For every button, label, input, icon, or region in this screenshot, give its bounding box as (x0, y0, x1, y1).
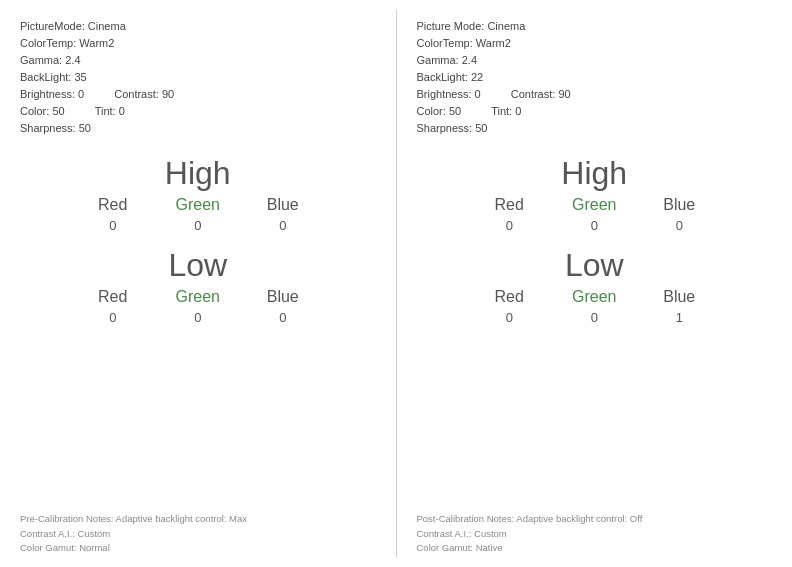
left-low-red-value: 0 (109, 310, 116, 325)
right-high-blue-label: Blue (663, 196, 695, 214)
right-info: Picture Mode: Cinema ColorTemp: Warm2 Ga… (417, 18, 773, 137)
right-panel: Picture Mode: Cinema ColorTemp: Warm2 Ga… (397, 0, 793, 567)
right-low-green-col: Green 0 (567, 288, 622, 325)
left-high-blue-col: Blue 0 (255, 196, 310, 233)
right-high-blue-col: Blue 0 (652, 196, 707, 233)
left-high-green-col: Green 0 (170, 196, 225, 233)
left-info: PictureMode: Cinema ColorTemp: Warm2 Gam… (20, 18, 376, 137)
right-high-title: High (417, 155, 773, 192)
left-low-blue-col: Blue 0 (255, 288, 310, 325)
right-high-green-col: Green 0 (567, 196, 622, 233)
left-low-red-col: Red 0 (85, 288, 140, 325)
left-low-blue-value: 0 (279, 310, 286, 325)
right-picture-mode: Picture Mode: Cinema (417, 18, 773, 35)
right-footer-line1: Post-Calibration Notes: Adaptive backlig… (417, 512, 773, 526)
left-footer-line3: Color Gamut: Normal (20, 541, 376, 555)
right-high-green-label: Green (572, 196, 616, 214)
left-low-red-label: Red (98, 288, 127, 306)
right-gamma: Gamma: 2.4 (417, 52, 773, 69)
right-high-red-col: Red 0 (482, 196, 537, 233)
right-low-green-label: Green (572, 288, 616, 306)
right-low-rgb-row: Red 0 Green 0 Blue 1 (417, 288, 773, 325)
right-high-blue-value: 0 (676, 218, 683, 233)
left-brightness: Brightness: 0 (20, 86, 84, 103)
right-low-blue-col: Blue 1 (652, 288, 707, 325)
right-backlight: BackLight: 22 (417, 69, 773, 86)
left-high-rgb-row: Red 0 Green 0 Blue 0 (20, 196, 376, 233)
right-footer: Post-Calibration Notes: Adaptive backlig… (417, 502, 773, 555)
right-brightness: Brightness: 0 (417, 86, 481, 103)
right-footer-line3: Color Gamut: Native (417, 541, 773, 555)
left-high-green-value: 0 (194, 218, 201, 233)
right-tint: Tint: 0 (491, 103, 521, 120)
left-sharpness: Sharpness: 50 (20, 120, 376, 137)
left-low-blue-label: Blue (267, 288, 299, 306)
left-footer: Pre-Calibration Notes: Adaptive backligh… (20, 502, 376, 555)
right-sharpness: Sharpness: 50 (417, 120, 773, 137)
left-gamma: Gamma: 2.4 (20, 52, 376, 69)
right-low-blue-label: Blue (663, 288, 695, 306)
right-high-red-value: 0 (506, 218, 513, 233)
right-footer-line2: Contrast A.I.: Custom (417, 527, 773, 541)
left-picture-mode: PictureMode: Cinema (20, 18, 376, 35)
right-color: Color: 50 (417, 103, 462, 120)
right-low-red-value: 0 (506, 310, 513, 325)
left-low-rgb-row: Red 0 Green 0 Blue 0 (20, 288, 376, 325)
left-footer-line2: Contrast A.I.: Custom (20, 527, 376, 541)
left-color: Color: 50 (20, 103, 65, 120)
left-low-green-value: 0 (194, 310, 201, 325)
left-high-red-col: Red 0 (85, 196, 140, 233)
right-high-section: High Red 0 Green 0 Blue 0 (417, 155, 773, 233)
left-high-green-label: Green (176, 196, 220, 214)
left-low-green-col: Green 0 (170, 288, 225, 325)
right-low-green-value: 0 (591, 310, 598, 325)
left-high-red-label: Red (98, 196, 127, 214)
right-low-section: Low Red 0 Green 0 Blue 1 (417, 247, 773, 325)
left-color-temp: ColorTemp: Warm2 (20, 35, 376, 52)
left-backlight: BackLight: 35 (20, 69, 376, 86)
left-high-blue-label: Blue (267, 196, 299, 214)
left-low-green-label: Green (176, 288, 220, 306)
left-high-title: High (20, 155, 376, 192)
left-footer-line1: Pre-Calibration Notes: Adaptive backligh… (20, 512, 376, 526)
right-high-green-value: 0 (591, 218, 598, 233)
left-low-title: Low (20, 247, 376, 284)
right-low-red-col: Red 0 (482, 288, 537, 325)
right-contrast: Contrast: 90 (511, 86, 571, 103)
right-low-blue-value: 1 (676, 310, 683, 325)
right-color-temp: ColorTemp: Warm2 (417, 35, 773, 52)
left-high-red-value: 0 (109, 218, 116, 233)
right-low-title: Low (417, 247, 773, 284)
left-high-section: High Red 0 Green 0 Blue 0 (20, 155, 376, 233)
left-tint: Tint: 0 (95, 103, 125, 120)
right-low-red-label: Red (495, 288, 524, 306)
left-low-section: Low Red 0 Green 0 Blue 0 (20, 247, 376, 325)
right-high-rgb-row: Red 0 Green 0 Blue 0 (417, 196, 773, 233)
left-high-blue-value: 0 (279, 218, 286, 233)
left-panel: PictureMode: Cinema ColorTemp: Warm2 Gam… (0, 0, 396, 567)
left-contrast: Contrast: 90 (114, 86, 174, 103)
right-high-red-label: Red (495, 196, 524, 214)
